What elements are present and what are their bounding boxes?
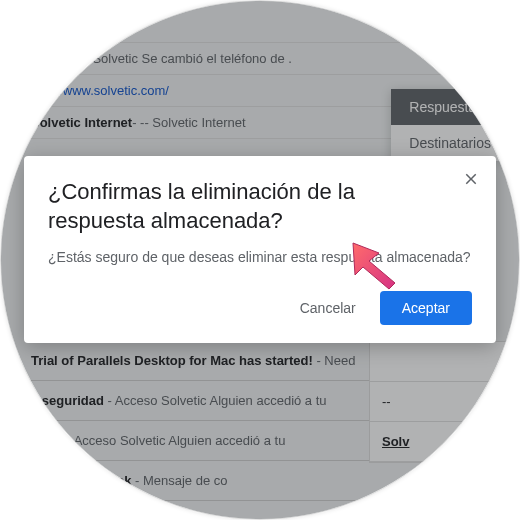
cancel-button[interactable]: Cancelar	[284, 292, 372, 324]
close-icon[interactable]	[462, 170, 480, 192]
email-subject: ridad	[31, 433, 63, 448]
email-sender: d	[31, 51, 39, 66]
dialog-title: ¿Confirmas la eliminación de la respuest…	[48, 178, 472, 235]
email-snippet: Parallels ▾	[31, 19, 91, 34]
confirm-delete-dialog: ¿Confirmas la eliminación de la respuest…	[24, 156, 496, 343]
dialog-body-text: ¿Estás seguro de que deseas eliminar est…	[48, 249, 472, 265]
accept-button[interactable]: Aceptar	[380, 291, 472, 325]
dialog-actions: Cancelar Aceptar	[48, 291, 472, 325]
